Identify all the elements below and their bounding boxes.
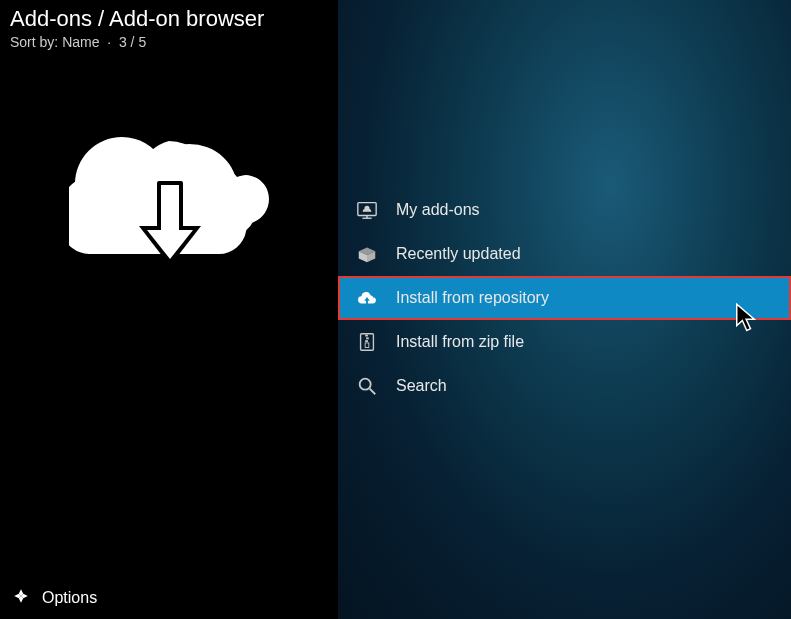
monitor-icon bbox=[356, 199, 378, 221]
search-icon bbox=[356, 375, 378, 397]
svg-rect-24 bbox=[366, 337, 369, 339]
cloud-download-container bbox=[0, 56, 338, 619]
menu-item-label: Search bbox=[396, 377, 447, 395]
menu-item-install-from-zip[interactable]: Install from zip file bbox=[338, 320, 791, 364]
menu-item-search[interactable]: Search bbox=[338, 364, 791, 408]
menu-item-my-addons[interactable]: My add-ons bbox=[338, 188, 791, 232]
menu-item-install-from-repository[interactable]: Install from repository bbox=[338, 276, 791, 320]
svg-rect-23 bbox=[365, 335, 368, 337]
options-label: Options bbox=[42, 589, 97, 607]
sort-label: Sort by: Name bbox=[10, 34, 99, 50]
menu-item-label: My add-ons bbox=[396, 201, 480, 219]
menu-item-label: Install from repository bbox=[396, 289, 549, 307]
position-label: 3 / 5 bbox=[119, 34, 146, 50]
svg-line-28 bbox=[370, 389, 376, 395]
page-subtitle: Sort by: Name · 3 / 5 bbox=[10, 34, 328, 50]
cloud-download-icon bbox=[69, 126, 269, 286]
svg-point-27 bbox=[360, 379, 371, 390]
options-icon bbox=[12, 587, 30, 609]
svg-rect-9 bbox=[161, 222, 179, 234]
svg-rect-26 bbox=[365, 343, 369, 348]
menu-item-label: Install from zip file bbox=[396, 333, 524, 351]
zip-file-icon bbox=[356, 331, 378, 353]
box-open-icon bbox=[356, 243, 378, 265]
right-panel: My add-ons Recently updated Install from… bbox=[338, 0, 791, 619]
options-bar[interactable]: Options bbox=[0, 577, 338, 619]
separator: · bbox=[103, 34, 119, 50]
menu-item-recently-updated[interactable]: Recently updated bbox=[338, 232, 791, 276]
cloud-install-icon bbox=[356, 287, 378, 309]
page-title: Add-ons / Add-on browser bbox=[10, 6, 328, 32]
menu-item-label: Recently updated bbox=[396, 245, 521, 263]
header: Add-ons / Add-on browser Sort by: Name ·… bbox=[0, 0, 338, 56]
svg-rect-25 bbox=[365, 340, 368, 342]
left-panel: Add-ons / Add-on browser Sort by: Name ·… bbox=[0, 0, 338, 619]
